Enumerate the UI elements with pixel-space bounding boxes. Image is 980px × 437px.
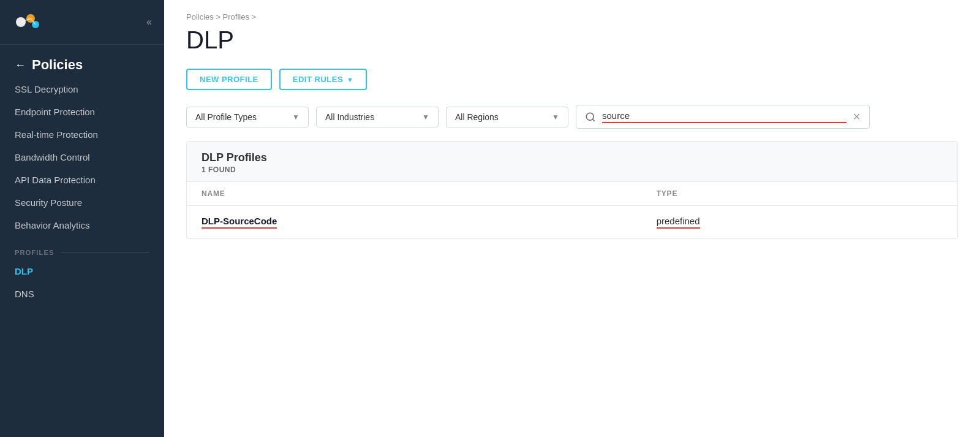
table-header-section: DLP Profiles 1 FOUND	[187, 142, 957, 182]
table-count: 1 FOUND	[202, 165, 943, 174]
page-title: DLP	[164, 24, 980, 69]
industries-select[interactable]: All Industries Finance Healthcare	[325, 112, 417, 122]
logo	[15, 12, 42, 32]
search-icon	[585, 112, 596, 123]
toolbar: NEW PROFILE EDIT RULES ▼	[164, 69, 980, 105]
regions-filter[interactable]: All Regions US EU ▼	[446, 107, 568, 127]
chevron-down-icon: ▼	[347, 76, 353, 83]
breadcrumb: Policies > Profiles >	[164, 0, 980, 24]
table-header-row: NAME TYPE	[187, 182, 957, 206]
cell-type: predefined	[642, 206, 957, 239]
search-clear-button[interactable]: ✕	[853, 111, 861, 123]
back-arrow-icon: ←	[15, 59, 26, 72]
profile-types-filter[interactable]: All Profile Types Predefined Custom ▼	[186, 107, 309, 127]
sidebar-item-bandwidth-control[interactable]: Bandwidth Control	[0, 146, 164, 169]
column-header-type: TYPE	[642, 182, 957, 206]
sidebar-item-security-posture[interactable]: Security Posture	[0, 191, 164, 214]
table-row[interactable]: DLP-SourceCode predefined	[187, 206, 957, 239]
sidebar-item-api-data-protection[interactable]: API Data Protection	[0, 169, 164, 191]
svg-point-5	[586, 113, 594, 120]
filters-bar: All Profile Types Predefined Custom ▼ Al…	[164, 105, 980, 141]
profiles-section-label: PROFILES	[0, 237, 164, 260]
main-content: Policies > Profiles > DLP NEW PROFILE ED…	[164, 0, 980, 437]
dlp-profiles-table: NAME TYPE DLP-SourceCode predefined	[187, 182, 957, 238]
search-box[interactable]: ✕	[576, 105, 870, 129]
sidebar-item-dns[interactable]: DNS	[0, 283, 164, 305]
profile-types-select[interactable]: All Profile Types Predefined Custom	[195, 112, 287, 122]
search-input[interactable]	[602, 110, 846, 123]
table-title: DLP Profiles	[202, 151, 943, 164]
back-nav-label: Policies	[32, 57, 83, 73]
chevron-down-icon: ▼	[292, 113, 300, 121]
sidebar-item-endpoint-protection[interactable]: Endpoint Protection	[0, 101, 164, 123]
sidebar-header: «	[0, 0, 164, 45]
sidebar-item-ssl-decryption[interactable]: SSL Decryption	[0, 78, 164, 101]
chevron-down-icon: ▼	[422, 113, 429, 121]
collapse-button[interactable]: «	[146, 17, 152, 28]
regions-select[interactable]: All Regions US EU	[455, 112, 547, 122]
sidebar-item-behavior-analytics[interactable]: Behavior Analytics	[0, 214, 164, 237]
sidebar-item-dlp[interactable]: DLP	[0, 260, 164, 283]
industries-filter[interactable]: All Industries Finance Healthcare ▼	[316, 107, 439, 127]
svg-line-6	[592, 119, 594, 121]
column-header-name: NAME	[187, 182, 642, 206]
back-nav[interactable]: ← Policies	[0, 45, 164, 78]
sidebar: « ← Policies SSL Decryption Endpoint Pro…	[0, 0, 164, 437]
chevron-down-icon: ▼	[552, 113, 559, 121]
table-container: DLP Profiles 1 FOUND NAME TYPE DLP-Sourc…	[186, 141, 958, 239]
sidebar-item-real-time-protection[interactable]: Real-time Protection	[0, 123, 164, 146]
edit-rules-button[interactable]: EDIT RULES ▼	[279, 69, 368, 90]
new-profile-button[interactable]: NEW PROFILE	[186, 69, 272, 90]
cell-name[interactable]: DLP-SourceCode	[187, 206, 642, 239]
